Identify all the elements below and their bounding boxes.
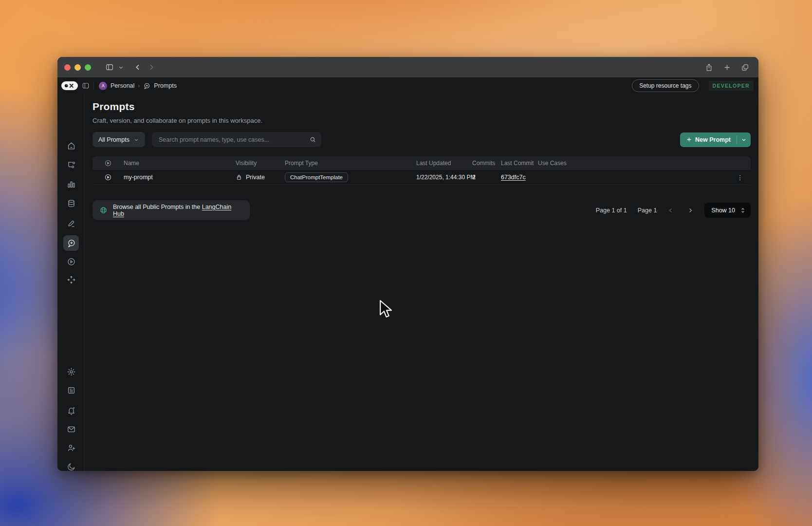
forward-button[interactable] <box>145 61 158 74</box>
main-content: Prompts Craft, version, and collaborate … <box>85 94 758 471</box>
header-prompt-type[interactable]: Prompt Type <box>285 160 416 167</box>
prompts-bubble-icon <box>143 82 150 90</box>
sidebar-chevron-down-icon[interactable] <box>116 61 125 74</box>
langchain-hub-banner[interactable]: Browse all Public Prompts in the LangCha… <box>92 200 250 220</box>
sidebar-item-tracing-projects[interactable] <box>63 157 79 173</box>
minimize-window-button[interactable] <box>74 64 81 71</box>
langsmith-logo[interactable] <box>61 81 78 90</box>
sidebar-item-settings[interactable] <box>63 364 79 379</box>
prompt-name[interactable]: my-prompt <box>124 174 236 181</box>
prompts-table: Name Visibility Prompt Type Last Updated… <box>92 156 751 185</box>
sidebar-item-playground[interactable] <box>63 254 79 269</box>
zoom-window-button[interactable] <box>85 64 91 71</box>
page-summary: Page 1 of 1 <box>596 207 627 214</box>
back-button[interactable] <box>131 61 145 74</box>
sidebar-item-dark-mode[interactable] <box>63 459 79 471</box>
share-icon[interactable] <box>702 61 716 74</box>
new-prompt-dropdown-caret[interactable] <box>737 132 751 147</box>
sidebar-item-mail[interactable] <box>63 421 79 437</box>
header-last-commit[interactable]: Last Commit <box>501 160 538 167</box>
setup-resource-tags-button[interactable]: Setup resource tags <box>632 79 699 92</box>
pagination: Page 1 of 1 Page 1 Show 10 <box>596 203 751 218</box>
topbar-divider <box>93 81 94 90</box>
sidebar-item-invite-user[interactable] <box>63 440 79 455</box>
browser-titlebar <box>57 57 758 77</box>
new-prompt-button[interactable]: New Prompt <box>680 132 751 147</box>
new-prompt-label: New Prompt <box>695 136 731 143</box>
current-page-label[interactable]: Page 1 <box>638 207 657 214</box>
sidebar-item-annotation-queues[interactable] <box>63 215 79 231</box>
developer-badge: DEVELOPER <box>709 81 754 91</box>
header-run-icon <box>92 159 124 167</box>
header-last-updated[interactable]: Last Updated <box>416 160 472 167</box>
toolbar: All Prompts New Prompt <box>92 132 751 147</box>
last-updated-value: 1/22/2025, 1:44:30 PM <box>416 174 472 181</box>
table-header-row: Name Visibility Prompt Type Last Updated… <box>92 156 751 170</box>
page-size-select[interactable]: Show 10 <box>704 203 751 218</box>
chevron-down-icon <box>741 137 747 143</box>
commits-value: 2 <box>472 174 501 181</box>
breadcrumb: Personal › Prompts <box>99 82 177 90</box>
tab-overview-icon[interactable] <box>738 61 752 74</box>
table-row[interactable]: my-prompt Private ChatPromptTemplate 1/2… <box>92 170 751 185</box>
search-icon[interactable] <box>309 136 316 143</box>
sidebar-item-deployments[interactable] <box>63 272 79 287</box>
browser-window: Personal › Prompts Setup resource tags D… <box>57 57 758 471</box>
header-visibility[interactable]: Visibility <box>236 160 285 167</box>
breadcrumb-separator: › <box>138 82 140 89</box>
search-input[interactable] <box>159 136 309 143</box>
browser-sidebar-toggle-icon[interactable] <box>103 61 116 74</box>
breadcrumb-workspace[interactable]: Personal <box>111 82 134 89</box>
breadcrumb-page[interactable]: Prompts <box>154 82 177 89</box>
workspace-avatar[interactable] <box>99 82 107 90</box>
header-use-cases[interactable]: Use Cases <box>538 160 729 167</box>
panel-collapse-icon[interactable] <box>82 82 90 90</box>
sidebar-item-prompts[interactable] <box>63 235 79 251</box>
sidebar-item-datasets[interactable] <box>63 196 79 211</box>
page-size-label: Show 10 <box>711 207 735 214</box>
sidebar-item-docs[interactable] <box>63 382 79 398</box>
lock-icon <box>236 174 242 181</box>
header-commits[interactable]: Commits <box>472 160 501 167</box>
table-footer: Browse all Public Prompts in the LangCha… <box>92 200 751 220</box>
next-page-button[interactable] <box>687 207 694 214</box>
prompt-type-badge: ChatPromptTemplate <box>285 172 348 182</box>
row-play-icon[interactable] <box>92 173 124 181</box>
sidebar-item-notifications[interactable] <box>63 403 79 418</box>
hub-banner-text: Browse all Public Prompts in the LangCha… <box>113 204 243 217</box>
plus-icon <box>686 136 692 143</box>
row-kebab-menu[interactable]: ⋮ <box>729 174 751 181</box>
filter-label: All Prompts <box>98 136 129 143</box>
play-circle-icon <box>104 159 112 167</box>
page-title: Prompts <box>92 101 751 113</box>
page-subtitle: Craft, version, and collaborate on promp… <box>92 117 751 124</box>
previous-page-button[interactable] <box>667 207 674 214</box>
prompts-filter-dropdown[interactable]: All Prompts <box>92 132 145 147</box>
sidebar-item-monitoring[interactable] <box>63 176 79 192</box>
last-commit-link[interactable]: 673dfc7c <box>501 174 526 181</box>
traffic-lights <box>64 64 91 71</box>
app-topbar: Personal › Prompts Setup resource tags D… <box>57 77 758 94</box>
chevron-down-icon <box>133 137 139 143</box>
header-name[interactable]: Name <box>124 160 236 167</box>
app-sidebar <box>57 94 85 471</box>
visibility-value: Private <box>246 174 265 181</box>
close-window-button[interactable] <box>64 64 71 71</box>
new-tab-icon[interactable] <box>720 61 734 74</box>
globe-icon <box>99 206 108 214</box>
langsmith-app: Personal › Prompts Setup resource tags D… <box>57 77 758 471</box>
search-box[interactable] <box>152 132 321 147</box>
sidebar-item-home[interactable] <box>63 138 79 153</box>
up-down-chevrons-icon <box>740 207 746 214</box>
